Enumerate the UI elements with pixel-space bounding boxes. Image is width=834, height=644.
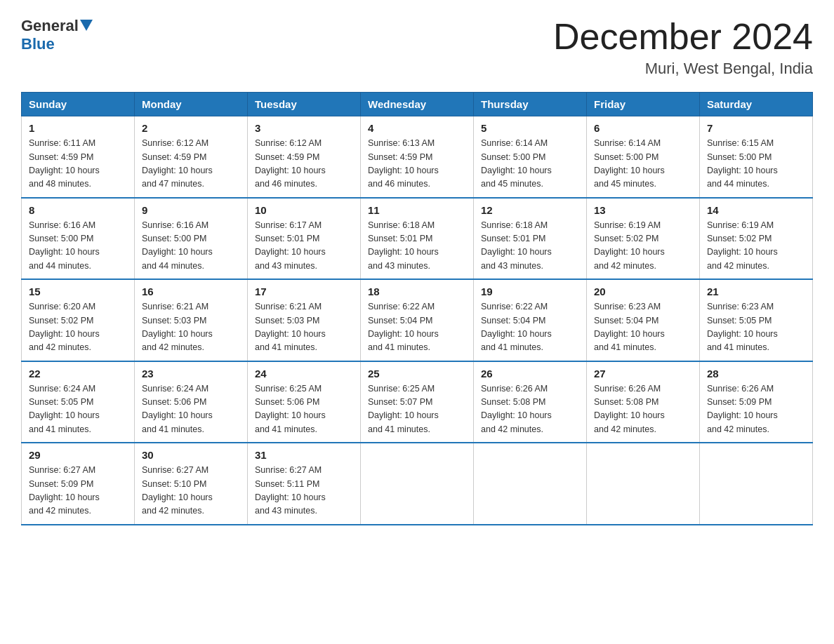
calendar-week-row: 1Sunrise: 6:11 AMSunset: 4:59 PMDaylight… (22, 116, 813, 198)
day-number: 8 (29, 204, 127, 216)
day-info: Sunrise: 6:17 AMSunset: 5:01 PMDaylight:… (255, 219, 353, 274)
calendar-header-row: SundayMondayTuesdayWednesdayThursdayFrid… (22, 93, 813, 116)
day-info: Sunrise: 6:23 AMSunset: 5:05 PMDaylight:… (707, 300, 805, 355)
calendar-cell: 10Sunrise: 6:17 AMSunset: 5:01 PMDayligh… (248, 198, 361, 280)
day-info: Sunrise: 6:12 AMSunset: 4:59 PMDaylight:… (255, 137, 353, 192)
day-number: 20 (594, 286, 692, 297)
day-info: Sunrise: 6:24 AMSunset: 5:05 PMDaylight:… (29, 382, 127, 437)
calendar-cell: 9Sunrise: 6:16 AMSunset: 5:00 PMDaylight… (135, 198, 248, 280)
logo: General Blue (21, 17, 93, 53)
calendar-cell: 4Sunrise: 6:13 AMSunset: 4:59 PMDaylight… (361, 116, 474, 198)
calendar-cell: 25Sunrise: 6:25 AMSunset: 5:07 PMDayligh… (361, 361, 474, 443)
calendar-cell: 19Sunrise: 6:22 AMSunset: 5:04 PMDayligh… (474, 279, 587, 361)
day-info: Sunrise: 6:26 AMSunset: 5:09 PMDaylight:… (707, 382, 805, 437)
day-number: 26 (481, 368, 579, 380)
day-number: 31 (255, 449, 353, 461)
calendar-cell (361, 443, 474, 525)
header-thursday: Thursday (474, 93, 587, 116)
location-title: Muri, West Bengal, India (553, 60, 813, 78)
day-number: 6 (594, 122, 692, 134)
day-number: 3 (255, 122, 353, 134)
calendar-week-row: 8Sunrise: 6:16 AMSunset: 5:00 PMDaylight… (22, 198, 813, 280)
calendar-week-row: 22Sunrise: 6:24 AMSunset: 5:05 PMDayligh… (22, 361, 813, 443)
calendar-cell: 20Sunrise: 6:23 AMSunset: 5:04 PMDayligh… (587, 279, 700, 361)
day-info: Sunrise: 6:19 AMSunset: 5:02 PMDaylight:… (594, 219, 692, 274)
day-number: 5 (481, 122, 579, 134)
day-info: Sunrise: 6:16 AMSunset: 5:00 PMDaylight:… (29, 219, 127, 274)
day-info: Sunrise: 6:27 AMSunset: 5:09 PMDaylight:… (29, 464, 127, 518)
calendar-cell: 3Sunrise: 6:12 AMSunset: 4:59 PMDaylight… (248, 116, 361, 198)
day-info: Sunrise: 6:25 AMSunset: 5:07 PMDaylight:… (368, 382, 466, 437)
calendar-cell: 8Sunrise: 6:16 AMSunset: 5:00 PMDaylight… (22, 198, 135, 280)
day-number: 19 (481, 286, 579, 297)
calendar-week-row: 29Sunrise: 6:27 AMSunset: 5:09 PMDayligh… (22, 443, 813, 525)
day-number: 21 (707, 286, 805, 297)
title-area: December 2024 Muri, West Bengal, India (553, 17, 813, 78)
header-friday: Friday (587, 93, 700, 116)
header-tuesday: Tuesday (248, 93, 361, 116)
day-number: 17 (255, 286, 353, 297)
calendar-cell: 15Sunrise: 6:20 AMSunset: 5:02 PMDayligh… (22, 279, 135, 361)
calendar-cell: 13Sunrise: 6:19 AMSunset: 5:02 PMDayligh… (587, 198, 700, 280)
calendar-cell: 16Sunrise: 6:21 AMSunset: 5:03 PMDayligh… (135, 279, 248, 361)
day-info: Sunrise: 6:23 AMSunset: 5:04 PMDaylight:… (594, 300, 692, 355)
calendar-cell: 23Sunrise: 6:24 AMSunset: 5:06 PMDayligh… (135, 361, 248, 443)
calendar-table: SundayMondayTuesdayWednesdayThursdayFrid… (21, 92, 813, 525)
day-number: 29 (29, 449, 127, 461)
day-info: Sunrise: 6:22 AMSunset: 5:04 PMDaylight:… (481, 300, 579, 355)
calendar-cell: 28Sunrise: 6:26 AMSunset: 5:09 PMDayligh… (700, 361, 813, 443)
day-number: 1 (29, 122, 127, 134)
calendar-cell: 22Sunrise: 6:24 AMSunset: 5:05 PMDayligh… (22, 361, 135, 443)
month-title: December 2024 (553, 17, 813, 57)
calendar-cell (474, 443, 587, 525)
page-header: General Blue December 2024 Muri, West Be… (21, 17, 813, 78)
day-number: 7 (707, 122, 805, 134)
day-number: 23 (142, 368, 240, 380)
calendar-cell: 21Sunrise: 6:23 AMSunset: 5:05 PMDayligh… (700, 279, 813, 361)
calendar-cell: 31Sunrise: 6:27 AMSunset: 5:11 PMDayligh… (248, 443, 361, 525)
day-info: Sunrise: 6:21 AMSunset: 5:03 PMDaylight:… (142, 300, 240, 355)
logo-blue-text: Blue (21, 35, 93, 53)
day-info: Sunrise: 6:19 AMSunset: 5:02 PMDaylight:… (707, 219, 805, 274)
day-info: Sunrise: 6:22 AMSunset: 5:04 PMDaylight:… (368, 300, 466, 355)
day-info: Sunrise: 6:15 AMSunset: 5:00 PMDaylight:… (707, 137, 805, 192)
logo-triangle-icon (80, 20, 93, 31)
day-info: Sunrise: 6:21 AMSunset: 5:03 PMDaylight:… (255, 300, 353, 355)
day-info: Sunrise: 6:27 AMSunset: 5:10 PMDaylight:… (142, 464, 240, 518)
calendar-cell: 1Sunrise: 6:11 AMSunset: 4:59 PMDaylight… (22, 116, 135, 198)
day-info: Sunrise: 6:25 AMSunset: 5:06 PMDaylight:… (255, 382, 353, 437)
day-info: Sunrise: 6:14 AMSunset: 5:00 PMDaylight:… (481, 137, 579, 192)
calendar-cell: 11Sunrise: 6:18 AMSunset: 5:01 PMDayligh… (361, 198, 474, 280)
day-number: 13 (594, 204, 692, 216)
calendar-cell: 2Sunrise: 6:12 AMSunset: 4:59 PMDaylight… (135, 116, 248, 198)
day-info: Sunrise: 6:26 AMSunset: 5:08 PMDaylight:… (594, 382, 692, 437)
day-info: Sunrise: 6:26 AMSunset: 5:08 PMDaylight:… (481, 382, 579, 437)
calendar-cell: 5Sunrise: 6:14 AMSunset: 5:00 PMDaylight… (474, 116, 587, 198)
day-info: Sunrise: 6:18 AMSunset: 5:01 PMDaylight:… (481, 219, 579, 274)
day-info: Sunrise: 6:18 AMSunset: 5:01 PMDaylight:… (368, 219, 466, 274)
day-info: Sunrise: 6:20 AMSunset: 5:02 PMDaylight:… (29, 300, 127, 355)
day-number: 10 (255, 204, 353, 216)
day-number: 15 (29, 286, 127, 297)
calendar-cell: 24Sunrise: 6:25 AMSunset: 5:06 PMDayligh… (248, 361, 361, 443)
logo-general-text: General (21, 17, 79, 35)
day-number: 30 (142, 449, 240, 461)
day-number: 16 (142, 286, 240, 297)
calendar-cell: 27Sunrise: 6:26 AMSunset: 5:08 PMDayligh… (587, 361, 700, 443)
calendar-cell: 6Sunrise: 6:14 AMSunset: 5:00 PMDaylight… (587, 116, 700, 198)
day-number: 9 (142, 204, 240, 216)
calendar-cell: 29Sunrise: 6:27 AMSunset: 5:09 PMDayligh… (22, 443, 135, 525)
day-number: 4 (368, 122, 466, 134)
day-number: 18 (368, 286, 466, 297)
calendar-cell (587, 443, 700, 525)
day-info: Sunrise: 6:14 AMSunset: 5:00 PMDaylight:… (594, 137, 692, 192)
calendar-week-row: 15Sunrise: 6:20 AMSunset: 5:02 PMDayligh… (22, 279, 813, 361)
day-number: 25 (368, 368, 466, 380)
day-number: 22 (29, 368, 127, 380)
calendar-cell: 12Sunrise: 6:18 AMSunset: 5:01 PMDayligh… (474, 198, 587, 280)
calendar-cell (700, 443, 813, 525)
header-saturday: Saturday (700, 93, 813, 116)
calendar-cell: 7Sunrise: 6:15 AMSunset: 5:00 PMDaylight… (700, 116, 813, 198)
day-info: Sunrise: 6:13 AMSunset: 4:59 PMDaylight:… (368, 137, 466, 192)
day-number: 28 (707, 368, 805, 380)
